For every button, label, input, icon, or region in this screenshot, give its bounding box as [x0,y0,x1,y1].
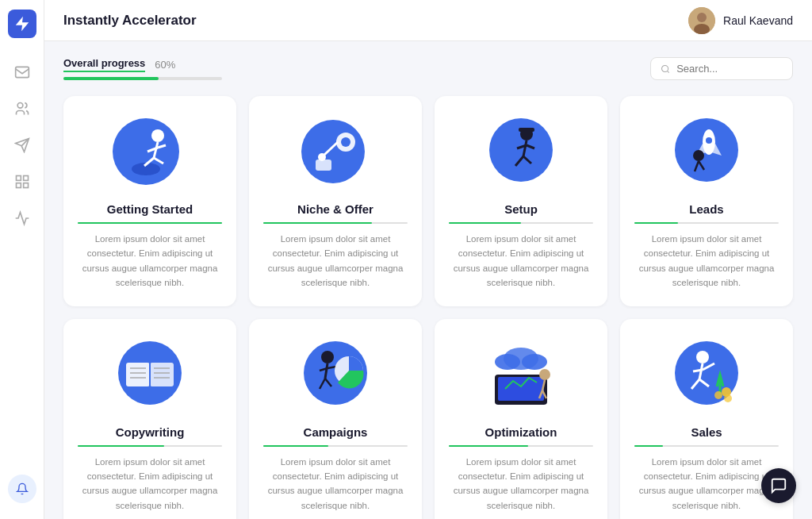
card-title: Copywriting [116,425,185,439]
svg-point-21 [301,120,365,183]
card-divider [78,445,222,447]
svg-point-80 [724,394,732,402]
main-panel: Instantly Accelerator Raul Kaevand Overa… [44,0,812,519]
card-title: Optimization [485,425,557,439]
card-illustration-niche [292,112,379,191]
search-icon [661,63,670,75]
card-title: Campaigns [304,425,368,439]
svg-rect-45 [150,363,174,386]
svg-rect-65 [498,377,544,401]
svg-rect-6 [16,183,21,188]
card-illustration-copywriting [106,335,193,414]
svg-rect-29 [519,128,534,132]
svg-point-40 [693,150,704,161]
sidebar-item-send[interactable] [7,130,37,160]
card-getting-started[interactable]: Getting Started Lorem ipsum dolor sit am… [63,96,236,306]
card-title: Getting Started [107,202,193,216]
card-description: Lorem ipsum dolor sit amet consectetur. … [78,232,222,290]
card-setup[interactable]: Setup Lorem ipsum dolor sit amet consect… [435,96,607,306]
svg-point-9 [697,13,707,22]
card-optimization[interactable]: Optimization Lorem ipsum dolor sit amet … [435,319,607,519]
card-campaigns[interactable]: Campaigns Lorem ipsum dolor sit amet con… [249,319,422,519]
sidebar-item-email[interactable] [7,57,37,87]
app-logo[interactable] [8,10,36,38]
progress-percentage: 60% [155,59,175,71]
svg-rect-4 [16,176,21,181]
sidebar [0,0,44,519]
card-title: Leads [689,202,723,216]
card-description: Lorem ipsum dolor sit amet consectetur. … [449,232,593,290]
avatar-image [688,7,715,34]
chat-icon [770,477,787,494]
card-divider [263,445,408,447]
sidebar-item-grid[interactable] [7,167,37,197]
progress-bar [63,77,222,80]
svg-point-39 [706,137,712,144]
card-divider [634,445,779,447]
card-illustration-setup [477,112,565,191]
progress-label: Overall progress [63,57,145,72]
grid-icon [14,174,30,190]
svg-point-11 [662,65,668,71]
card-illustration-campaigns [292,335,379,414]
card-title: Sales [691,425,722,439]
svg-line-12 [667,71,668,72]
search-box[interactable] [650,57,793,80]
user-name: Raul Kaevand [723,14,793,27]
svg-rect-0 [15,67,29,77]
notification-bell[interactable] [8,475,36,503]
card-divider [263,222,408,224]
svg-rect-7 [23,183,28,188]
card-title: Setup [504,202,538,216]
progress-fill [63,77,159,80]
progress-section: Overall progress 60% [63,57,793,80]
card-copywriting[interactable]: Copywriting Lorem ipsum dolor sit amet c… [63,319,236,519]
progress-left: Overall progress 60% [63,57,222,80]
card-illustration-getting-started [106,112,193,191]
bolt-icon [13,15,31,33]
card-illustration-leads [663,112,750,191]
card-description: Lorem ipsum dolor sit amet consectetur. … [634,455,779,513]
chat-button[interactable] [761,468,796,503]
bell-icon [16,482,29,495]
card-divider [449,222,593,224]
user-profile[interactable]: Raul Kaevand [688,7,793,34]
users-icon [14,101,30,117]
card-niche-offer[interactable]: Niche & Offer Lorem ipsum dolor sit amet… [249,96,422,306]
svg-line-75 [693,370,703,371]
card-description: Lorem ipsum dolor sit amet consectetur. … [263,232,408,290]
chart-icon [14,210,30,226]
card-illustration-sales [663,335,750,414]
svg-point-66 [539,369,550,380]
card-description: Lorem ipsum dolor sit amet consectetur. … [449,455,593,513]
svg-point-63 [522,354,547,370]
sidebar-item-chart[interactable] [7,203,37,233]
email-icon [14,64,30,80]
svg-point-54 [321,351,334,363]
avatar [688,7,715,34]
svg-point-62 [495,354,520,370]
send-icon [14,137,30,153]
svg-rect-44 [126,363,150,386]
app-title: Instantly Accelerator [63,13,197,29]
svg-point-71 [696,351,709,363]
card-description: Lorem ipsum dolor sit amet consectetur. … [78,455,222,513]
svg-point-79 [714,391,722,399]
content-area: Overall progress 60% [44,41,812,519]
card-title: Niche & Offer [297,202,373,216]
search-input[interactable] [676,63,783,75]
header: Instantly Accelerator Raul Kaevand [44,0,812,41]
svg-point-23 [341,137,350,147]
progress-label-row: Overall progress 60% [63,57,222,72]
svg-rect-5 [23,176,28,181]
svg-rect-26 [316,160,331,171]
sidebar-item-users[interactable] [7,94,37,124]
card-divider [449,445,593,447]
card-divider [634,222,779,224]
card-leads[interactable]: Leads Lorem ipsum dolor sit amet consect… [620,96,793,306]
card-description: Lorem ipsum dolor sit amet consectetur. … [634,232,779,290]
svg-point-15 [151,129,164,142]
card-illustration-optimization [477,335,565,414]
card-divider [78,222,222,224]
svg-point-1 [17,103,23,109]
